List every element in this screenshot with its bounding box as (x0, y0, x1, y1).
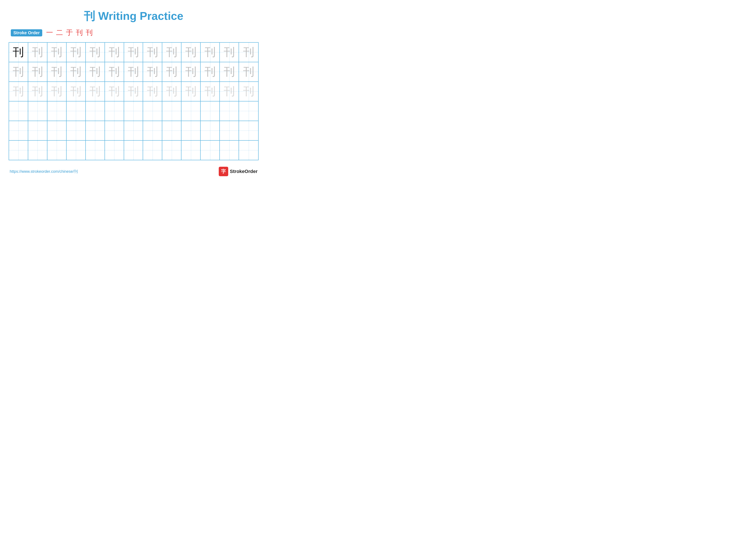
grid-cell-4-2[interactable] (47, 121, 67, 140)
grid-cell-4-4[interactable] (86, 121, 105, 140)
grid-cell-0-8[interactable]: 刊 (162, 43, 181, 62)
cell-char-0-5: 刊 (109, 45, 120, 60)
grid-cell-5-0[interactable] (9, 141, 28, 160)
grid-cell-5-9[interactable] (181, 141, 201, 160)
grid-cell-3-9[interactable] (181, 101, 201, 121)
grid-cell-2-12[interactable]: 刊 (239, 82, 258, 101)
grid-cell-3-10[interactable] (201, 101, 220, 121)
grid-cell-5-8[interactable] (162, 141, 181, 160)
grid-cell-5-2[interactable] (47, 141, 67, 160)
grid-cell-3-2[interactable] (47, 101, 67, 121)
grid-cell-0-12[interactable]: 刊 (239, 43, 258, 62)
grid-cell-3-11[interactable] (220, 101, 239, 121)
grid-cell-3-5[interactable] (105, 101, 124, 121)
cell-char-0-11: 刊 (224, 45, 235, 60)
grid-cell-1-8[interactable]: 刊 (162, 62, 181, 81)
grid-cell-0-9[interactable]: 刊 (181, 43, 201, 62)
cell-char-1-4: 刊 (90, 64, 101, 79)
grid-cell-2-1[interactable]: 刊 (28, 82, 47, 101)
grid-cell-3-4[interactable] (86, 101, 105, 121)
grid-cell-0-5[interactable]: 刊 (105, 43, 124, 62)
grid-cell-1-0[interactable]: 刊 (9, 62, 28, 81)
grid-cell-4-6[interactable] (124, 121, 143, 140)
grid-cell-0-3[interactable]: 刊 (67, 43, 86, 62)
grid-cell-0-0[interactable]: 刊 (9, 43, 28, 62)
cell-char-0-7: 刊 (147, 45, 158, 60)
stroke-step-2: 于 (66, 28, 73, 38)
grid-cell-1-1[interactable]: 刊 (28, 62, 47, 81)
grid-cell-1-9[interactable]: 刊 (181, 62, 201, 81)
grid-cell-5-6[interactable] (124, 141, 143, 160)
brand-logo: 字 (219, 167, 228, 176)
grid-cell-4-7[interactable] (143, 121, 162, 140)
grid-cell-5-1[interactable] (28, 141, 47, 160)
stroke-sequence: 一二于刊刊 (46, 28, 93, 38)
cell-char-2-4: 刊 (90, 84, 101, 99)
grid-cell-3-8[interactable] (162, 101, 181, 121)
grid-cell-1-11[interactable]: 刊 (220, 62, 239, 81)
grid-cell-2-0[interactable]: 刊 (9, 82, 28, 101)
cell-char-2-3: 刊 (70, 84, 81, 99)
grid-cell-1-3[interactable]: 刊 (67, 62, 86, 81)
grid-cell-5-5[interactable] (105, 141, 124, 160)
grid-cell-3-7[interactable] (143, 101, 162, 121)
grid-cell-4-11[interactable] (220, 121, 239, 140)
grid-cell-4-8[interactable] (162, 121, 181, 140)
grid-cell-0-10[interactable]: 刊 (201, 43, 220, 62)
cell-char-1-10: 刊 (204, 64, 216, 79)
grid-cell-1-10[interactable]: 刊 (201, 62, 220, 81)
grid-row-0: 刊刊刊刊刊刊刊刊刊刊刊刊刊 (9, 43, 258, 62)
grid-cell-0-7[interactable]: 刊 (143, 43, 162, 62)
grid-cell-2-10[interactable]: 刊 (201, 82, 220, 101)
grid-cell-3-0[interactable] (9, 101, 28, 121)
cell-char-1-8: 刊 (166, 64, 177, 79)
grid-cell-5-3[interactable] (67, 141, 86, 160)
grid-cell-5-10[interactable] (201, 141, 220, 160)
grid-cell-2-6[interactable]: 刊 (124, 82, 143, 101)
grid-cell-1-4[interactable]: 刊 (86, 62, 105, 81)
grid-cell-4-12[interactable] (239, 121, 258, 140)
grid-cell-2-5[interactable]: 刊 (105, 82, 124, 101)
grid-cell-4-9[interactable] (181, 121, 201, 140)
grid-cell-2-2[interactable]: 刊 (47, 82, 67, 101)
grid-cell-4-10[interactable] (201, 121, 220, 140)
grid-cell-1-7[interactable]: 刊 (143, 62, 162, 81)
grid-cell-4-1[interactable] (28, 121, 47, 140)
grid-cell-4-0[interactable] (9, 121, 28, 140)
footer-url[interactable]: https://www.strokeorder.com/chinese/刊 (10, 169, 78, 174)
cell-char-2-7: 刊 (147, 84, 158, 99)
grid-cell-0-6[interactable]: 刊 (124, 43, 143, 62)
grid-cell-3-1[interactable] (28, 101, 47, 121)
grid-cell-4-5[interactable] (105, 121, 124, 140)
grid-cell-2-4[interactable]: 刊 (86, 82, 105, 101)
cell-char-2-2: 刊 (51, 84, 62, 99)
grid-cell-0-11[interactable]: 刊 (220, 43, 239, 62)
cell-char-0-12: 刊 (243, 45, 254, 60)
stroke-order-row: Stroke Order 一二于刊刊 (11, 28, 258, 38)
grid-cell-2-11[interactable]: 刊 (220, 82, 239, 101)
cell-char-1-12: 刊 (243, 64, 254, 79)
grid-cell-3-6[interactable] (124, 101, 143, 121)
grid-cell-3-12[interactable] (239, 101, 258, 121)
cell-char-0-0: 刊 (13, 45, 24, 60)
grid-cell-1-12[interactable]: 刊 (239, 62, 258, 81)
cell-char-2-8: 刊 (166, 84, 177, 99)
grid-cell-0-4[interactable]: 刊 (86, 43, 105, 62)
grid-cell-0-2[interactable]: 刊 (47, 43, 67, 62)
grid-cell-5-7[interactable] (143, 141, 162, 160)
grid-cell-2-7[interactable]: 刊 (143, 82, 162, 101)
grid-row-4 (9, 121, 258, 141)
grid-cell-1-5[interactable]: 刊 (105, 62, 124, 81)
grid-cell-2-8[interactable]: 刊 (162, 82, 181, 101)
grid-cell-1-6[interactable]: 刊 (124, 62, 143, 81)
grid-cell-5-4[interactable] (86, 141, 105, 160)
cell-char-1-7: 刊 (147, 64, 158, 79)
grid-cell-5-11[interactable] (220, 141, 239, 160)
grid-cell-5-12[interactable] (239, 141, 258, 160)
grid-cell-1-2[interactable]: 刊 (47, 62, 67, 81)
grid-cell-2-3[interactable]: 刊 (67, 82, 86, 101)
grid-cell-3-3[interactable] (67, 101, 86, 121)
grid-cell-0-1[interactable]: 刊 (28, 43, 47, 62)
grid-cell-2-9[interactable]: 刊 (181, 82, 201, 101)
grid-cell-4-3[interactable] (67, 121, 86, 140)
